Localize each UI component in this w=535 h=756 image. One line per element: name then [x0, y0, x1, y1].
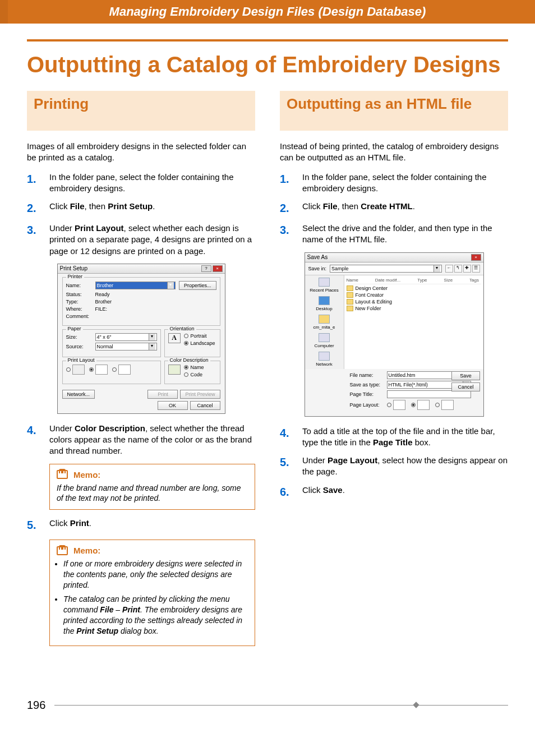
step-2: 2. Click File, then Create HTML.: [280, 201, 508, 216]
portrait-radio[interactable]: [184, 334, 188, 338]
step-body: Under Print Layout, select whether each …: [49, 223, 255, 257]
sidebar-user[interactable]: cm_mita_e: [313, 315, 335, 330]
step-body: Click File, then Create HTML.: [302, 201, 508, 212]
color-preview-icon: [168, 365, 181, 375]
where-label: Where:: [66, 306, 92, 312]
chevron-down-icon[interactable]: ▾: [149, 334, 155, 340]
step-5: 5. Click Print.: [27, 518, 255, 533]
folder-icon: [347, 292, 353, 298]
name-label: Name:: [66, 283, 92, 288]
sidebar-recent[interactable]: Recent Places: [310, 278, 339, 293]
memo-icon: [57, 546, 68, 555]
sidebar-computer[interactable]: Computer: [314, 333, 334, 348]
col-date[interactable]: Date modif...: [375, 278, 400, 283]
portrait-label: Portrait: [191, 333, 207, 339]
step-body: Click Print.: [49, 518, 255, 529]
close-icon[interactable]: ×: [213, 265, 223, 272]
landscape-radio[interactable]: [184, 341, 188, 345]
window-controls: ×: [471, 254, 481, 261]
print-button[interactable]: Print: [147, 390, 178, 399]
dialog-titlebar: Print Setup ? ×: [58, 264, 225, 274]
folder-item[interactable]: New Folder: [347, 306, 481, 311]
chevron-down-icon[interactable]: ▾: [167, 282, 174, 289]
html-layout-12-radio[interactable]: [435, 403, 440, 407]
sidebar-desktop[interactable]: Desktop: [316, 296, 332, 311]
layout-4-radio[interactable]: [89, 367, 94, 372]
status-label: Status:: [66, 292, 92, 297]
type-label: Type:: [66, 299, 92, 305]
new-folder-icon[interactable]: ✚: [463, 265, 471, 273]
filename-label: File name:: [350, 372, 384, 378]
step-number: 1.: [27, 172, 41, 187]
step-3: 3. Select the drive and the folder, and …: [280, 223, 508, 246]
col-name[interactable]: Name: [347, 278, 358, 283]
group-label: Print Layout: [66, 357, 96, 363]
dialog-titlebar: Save As ×: [305, 253, 483, 262]
left-column: Printing Images of all embroidery design…: [27, 91, 255, 654]
help-icon[interactable]: ?: [201, 265, 211, 272]
printer-group: Printer Name: Brother▾ Properties... Sta…: [62, 277, 220, 326]
places-sidebar: Recent Places Desktop cm_mita_e Computer…: [305, 275, 344, 369]
pagetitle-input[interactable]: [387, 390, 471, 398]
intro-text: Images of all embroidery designs in the …: [27, 141, 255, 164]
color-code-radio[interactable]: [184, 372, 188, 377]
cancel-button[interactable]: Cancel: [190, 401, 220, 410]
step-1: 1. In the folder pane, select the folder…: [280, 172, 508, 195]
status-value: Ready: [95, 292, 110, 297]
html-layout-1-radio[interactable]: [387, 403, 391, 407]
computer-icon: [319, 333, 330, 342]
folder-icon: [347, 306, 353, 311]
folder-item[interactable]: Design Center: [347, 285, 481, 291]
type-value: Brother: [95, 299, 112, 305]
step-number: 2.: [280, 201, 294, 216]
folder-item[interactable]: Layout & Editing: [347, 299, 481, 305]
savein-label: Save in:: [308, 266, 327, 271]
step-number: 5.: [27, 518, 41, 533]
network-icon: [319, 352, 330, 361]
step-body: Click Save.: [302, 485, 508, 496]
orientation-group: Orientation A Portrait Landscape: [164, 329, 220, 357]
paper-size-select[interactable]: 4" x 6"▾: [95, 333, 157, 341]
file-list[interactable]: Name Date modif... Type Size Tags Design…: [344, 275, 483, 369]
chevron-down-icon[interactable]: ▾: [433, 265, 440, 272]
col-type[interactable]: Type: [417, 278, 427, 283]
view-menu-icon[interactable]: ☰: [472, 265, 480, 273]
group-label: Orientation: [168, 326, 196, 331]
color-code-label: Code: [191, 372, 203, 377]
step-number: 5.: [280, 455, 294, 470]
back-icon[interactable]: ←: [445, 265, 453, 273]
color-name-label: Name: [191, 365, 204, 370]
save-button[interactable]: Save: [451, 371, 479, 380]
print-preview-button[interactable]: Print Preview: [180, 390, 220, 399]
properties-button[interactable]: Properties...: [179, 281, 216, 290]
up-icon[interactable]: ↰: [454, 265, 462, 273]
print-setup-dialog: Print Setup ? × Printer Name: Brother▾: [57, 264, 225, 414]
heading-text: Outputting as an HTML file: [287, 95, 501, 113]
chevron-down-icon[interactable]: ▾: [149, 343, 155, 350]
html-layout-4-radio[interactable]: [411, 403, 416, 407]
landscape-label: Landscape: [191, 340, 215, 346]
color-name-radio[interactable]: [184, 365, 188, 370]
network-button[interactable]: Network...: [62, 390, 95, 399]
dialog-title: Print Setup: [60, 265, 87, 271]
col-tags[interactable]: Tags: [469, 278, 479, 283]
layout-1-radio[interactable]: [66, 367, 71, 372]
sidebar-network[interactable]: Network: [316, 352, 332, 367]
step-6: 6. Click Save.: [280, 485, 508, 500]
folder-item[interactable]: Font Creator: [347, 292, 481, 298]
close-icon[interactable]: ×: [471, 254, 481, 261]
divider: [27, 39, 508, 42]
savein-select[interactable]: Sample▾: [330, 265, 441, 273]
section-heading-html: Outputting as an HTML file: [280, 91, 508, 131]
printer-name-select[interactable]: Brother▾: [95, 282, 176, 289]
paper-source-select[interactable]: Normal▾: [95, 343, 157, 351]
orientation-preview-icon: A: [168, 333, 181, 343]
step-body: Under Color Description, select whether …: [49, 423, 255, 457]
col-size[interactable]: Size: [444, 278, 453, 283]
cancel-button[interactable]: Cancel: [451, 382, 479, 391]
ok-button[interactable]: OK: [158, 401, 188, 410]
layout-12-radio[interactable]: [112, 367, 117, 372]
step-number: 3.: [280, 223, 294, 238]
layout-1-icon: [393, 400, 405, 410]
step-number: 6.: [280, 485, 294, 500]
